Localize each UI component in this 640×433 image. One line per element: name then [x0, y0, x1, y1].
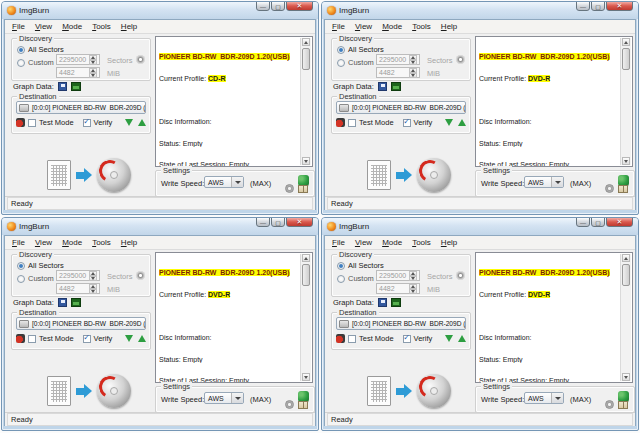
menu-mode[interactable]: Mode	[57, 238, 87, 247]
menu-help[interactable]: Help	[116, 22, 142, 31]
scroll-down-icon[interactable]	[622, 373, 630, 381]
menu-mode[interactable]: Mode	[377, 238, 407, 247]
close-button[interactable]	[286, 1, 313, 11]
burn-options-icon[interactable]	[336, 334, 345, 343]
eject-tray-icon[interactable]	[138, 335, 146, 342]
menu-file[interactable]: File	[327, 238, 350, 247]
all-sectors-radio[interactable]	[17, 262, 25, 270]
custom-option[interactable]: Custom	[17, 58, 54, 67]
minimize-button[interactable]	[576, 1, 590, 11]
display-graph-icon[interactable]	[391, 82, 401, 91]
sectors-stepper[interactable]	[89, 271, 97, 280]
title-bar[interactable]: ImgBurn	[322, 218, 638, 235]
mib-stepper[interactable]	[409, 68, 417, 77]
minimize-button[interactable]	[256, 217, 270, 227]
scroll-down-icon[interactable]	[622, 157, 630, 165]
all-sectors-option[interactable]: All Sectors	[337, 45, 384, 54]
destination-device-select[interactable]: [0:0:0] PIONEER BD-RW BDR-209D (D:)	[16, 317, 146, 330]
write-speed-dropdown-button[interactable]	[231, 177, 243, 187]
mib-input[interactable]: 4482	[56, 67, 100, 78]
write-speed-select[interactable]: AWS	[204, 176, 244, 188]
burn-options-icon[interactable]	[16, 118, 25, 127]
menu-help[interactable]: Help	[116, 238, 142, 247]
gear-icon[interactable]	[285, 400, 294, 409]
minimize-button[interactable]	[576, 217, 590, 227]
verify-checkbox[interactable]	[403, 119, 411, 127]
menu-view[interactable]: View	[30, 238, 57, 247]
all-sectors-radio[interactable]	[337, 46, 345, 54]
destination-device-select[interactable]: [0:0:0] PIONEER BD-RW BDR-209D (D:)	[16, 101, 146, 114]
test-mode-checkbox[interactable]	[28, 119, 36, 127]
menu-view[interactable]: View	[30, 22, 57, 31]
scroll-up-icon[interactable]	[302, 254, 310, 262]
custom-radio[interactable]	[17, 59, 25, 67]
scrollbar[interactable]	[300, 254, 311, 381]
title-bar[interactable]: ImgBurn	[2, 218, 318, 235]
mib-input[interactable]: 4482	[56, 283, 100, 294]
eject-tray-icon[interactable]	[458, 335, 466, 342]
menu-help[interactable]: Help	[436, 22, 462, 31]
all-sectors-radio[interactable]	[17, 46, 25, 54]
all-sectors-option[interactable]: All Sectors	[17, 261, 64, 270]
sectors-input[interactable]: 2295000	[56, 54, 100, 65]
scroll-thumb[interactable]	[302, 264, 310, 286]
sectors-stepper[interactable]	[409, 271, 417, 280]
mib-input[interactable]: 4482	[376, 67, 420, 78]
title-bar[interactable]: ImgBurn	[322, 2, 638, 19]
scroll-down-icon[interactable]	[302, 373, 310, 381]
mib-stepper[interactable]	[89, 68, 97, 77]
verify-checkbox[interactable]	[83, 335, 91, 343]
eject-tray-icon[interactable]	[138, 119, 146, 126]
write-disc-button[interactable]	[47, 372, 131, 410]
custom-radio[interactable]	[337, 275, 345, 283]
menu-file[interactable]: File	[7, 22, 30, 31]
custom-radio[interactable]	[337, 59, 345, 67]
menu-help[interactable]: Help	[436, 238, 462, 247]
custom-radio[interactable]	[17, 275, 25, 283]
test-mode-checkbox[interactable]	[348, 119, 356, 127]
menu-file[interactable]: File	[7, 238, 30, 247]
sectors-input[interactable]: 2295000	[376, 270, 420, 281]
menu-tools[interactable]: Tools	[87, 238, 116, 247]
load-tray-icon[interactable]	[125, 335, 133, 342]
all-sectors-radio[interactable]	[337, 262, 345, 270]
all-sectors-option[interactable]: All Sectors	[17, 45, 64, 54]
verify-checkbox[interactable]	[403, 335, 411, 343]
save-graph-icon[interactable]	[378, 82, 387, 91]
load-tray-icon[interactable]	[125, 119, 133, 126]
book-icon[interactable]	[618, 185, 628, 193]
burn-options-icon[interactable]	[336, 118, 345, 127]
scrollbar[interactable]	[300, 38, 311, 165]
menu-tools[interactable]: Tools	[87, 22, 116, 31]
verify-checkbox[interactable]	[83, 119, 91, 127]
menu-mode[interactable]: Mode	[377, 22, 407, 31]
scroll-thumb[interactable]	[302, 48, 310, 70]
mib-input[interactable]: 4482	[376, 283, 420, 294]
scroll-up-icon[interactable]	[622, 254, 630, 262]
menu-view[interactable]: View	[350, 238, 377, 247]
test-mode-checkbox[interactable]	[348, 335, 356, 343]
scrollbar[interactable]	[620, 254, 631, 381]
write-speed-select[interactable]: AWS	[524, 176, 564, 188]
gear-icon[interactable]	[605, 184, 614, 193]
scroll-up-icon[interactable]	[302, 38, 310, 46]
menu-tools[interactable]: Tools	[407, 22, 436, 31]
write-speed-dropdown-button[interactable]	[231, 393, 243, 403]
maximize-button[interactable]	[271, 217, 285, 227]
menu-tools[interactable]: Tools	[407, 238, 436, 247]
load-tray-icon[interactable]	[445, 335, 453, 342]
destination-device-select[interactable]: [0:0:0] PIONEER BD-RW BDR-209D (D:)	[336, 317, 466, 330]
menu-view[interactable]: View	[350, 22, 377, 31]
custom-option[interactable]: Custom	[337, 274, 374, 283]
custom-option[interactable]: Custom	[17, 274, 54, 283]
menu-file[interactable]: File	[327, 22, 350, 31]
display-graph-icon[interactable]	[71, 298, 81, 307]
book-icon[interactable]	[298, 185, 308, 193]
minimize-button[interactable]	[256, 1, 270, 11]
sectors-input[interactable]: 2295000	[376, 54, 420, 65]
mib-stepper[interactable]	[409, 284, 417, 293]
scroll-thumb[interactable]	[622, 264, 630, 286]
load-tray-icon[interactable]	[445, 119, 453, 126]
sectors-stepper[interactable]	[409, 55, 417, 64]
scroll-up-icon[interactable]	[622, 38, 630, 46]
